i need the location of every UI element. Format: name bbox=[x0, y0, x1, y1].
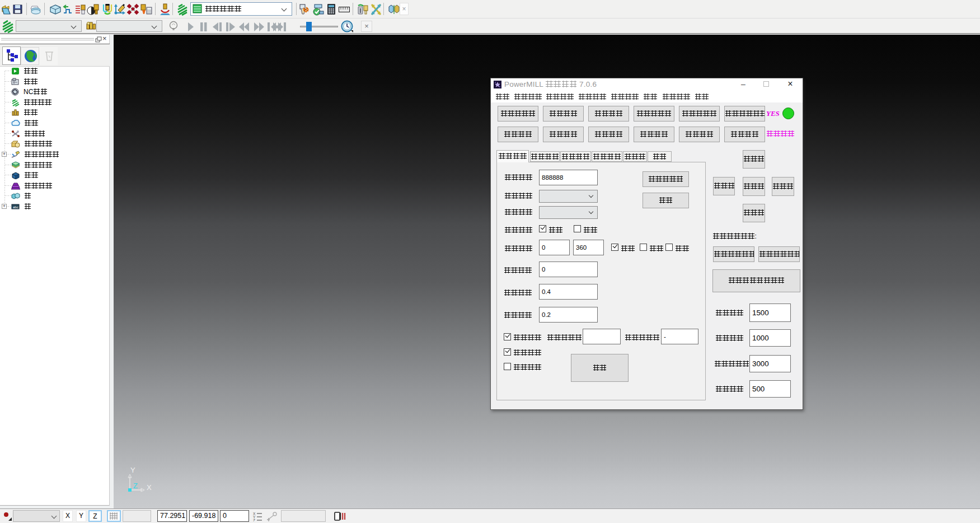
svg-text:abc: abc bbox=[13, 206, 18, 209]
svg-text:Z: Z bbox=[253, 519, 255, 521]
svg-text:Z: Z bbox=[133, 482, 138, 490]
svg-text:Y: Y bbox=[130, 466, 135, 474]
svg-text:X: X bbox=[147, 483, 152, 492]
